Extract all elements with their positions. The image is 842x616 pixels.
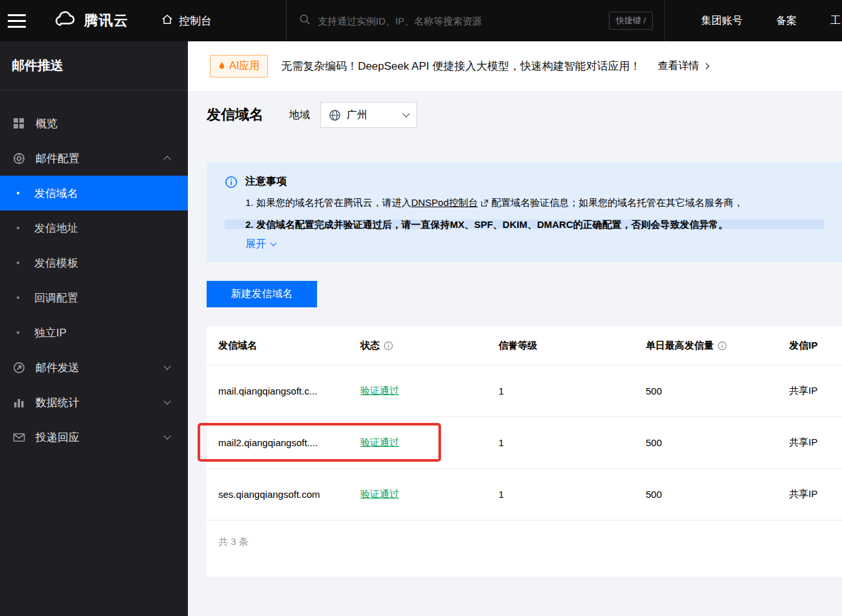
bullet-dot-icon — [17, 192, 19, 194]
chevron-up-icon — [163, 156, 170, 163]
sidebar-title: 邮件推送 — [0, 41, 188, 90]
status-link[interactable]: 验证通过 — [360, 436, 399, 449]
sidebar-subitem-label: 独立IP — [34, 325, 67, 340]
ip-type-cell: 共享IP — [777, 436, 842, 449]
daily-limit-cell: 500 — [634, 489, 777, 500]
sidebar-item-label: 邮件配置 — [36, 151, 165, 166]
sidebar-item-mail-send[interactable]: 邮件发送 — [0, 350, 188, 385]
topbar: 腾讯云 控制台 快捷键 / 集团账号 备案 工 — [0, 0, 842, 41]
sidebar-subitem-callback-config[interactable]: 回调配置 — [0, 280, 188, 315]
reputation-cell: 1 — [487, 385, 634, 396]
console-label: 控制台 — [179, 14, 212, 28]
chevron-down-icon — [163, 432, 170, 439]
info-icon[interactable] — [717, 341, 727, 351]
notice-line-2: 2. 发信域名配置完成并验证通过后，请一直保持MX、SPF、DKIM、DMARC… — [225, 218, 824, 231]
sidebar-item-mail-config[interactable]: 邮件配置 — [0, 141, 188, 176]
sidebar-subitem-label: 发信模板 — [34, 256, 78, 271]
sidebar-subitem-sender-address[interactable]: 发信地址 — [0, 210, 188, 245]
flame-icon — [218, 62, 225, 70]
nav-tools[interactable]: 工 — [830, 14, 841, 28]
chevron-down-icon — [271, 240, 277, 247]
globe-icon — [329, 109, 341, 121]
brand-text: 腾讯云 — [84, 11, 128, 30]
column-header-status: 状态 — [349, 340, 487, 352]
bullet-dot-icon — [17, 296, 19, 299]
hamburger-menu-icon[interactable] — [0, 0, 35, 41]
sidebar-item-label: 投递回应 — [36, 430, 165, 445]
sidebar-item-data-stats[interactable]: 数据统计 — [0, 385, 188, 420]
sidebar-subitem-dedicated-ip[interactable]: 独立IP — [0, 315, 188, 350]
grid-icon — [12, 116, 26, 130]
chevron-down-icon — [163, 362, 170, 369]
sidebar-item-label: 邮件发送 — [36, 360, 165, 375]
table-total-count: 共 3 条 — [207, 520, 842, 548]
search-input[interactable] — [318, 15, 609, 26]
banner-link-label: 查看详情 — [657, 59, 699, 73]
bullet-dot-icon — [17, 262, 19, 264]
bullet-dot-icon — [17, 331, 19, 334]
notice-line1-prefix: 1. 如果您的域名托管在腾讯云，请进入 — [245, 197, 411, 208]
info-icon — [225, 176, 238, 189]
daily-limit-cell: 500 — [634, 385, 777, 396]
reputation-cell: 1 — [487, 437, 634, 448]
info-icon[interactable] — [384, 341, 393, 351]
ip-type-cell: 共享IP — [777, 385, 842, 397]
topbar-left: 腾讯云 控制台 — [0, 0, 286, 41]
cloud-logo-icon — [54, 10, 77, 32]
column-header-reputation: 信誉等级 — [487, 340, 634, 352]
search-icon — [298, 13, 311, 28]
notice-header: 注意事项 — [225, 175, 824, 189]
sidebar-subitem-label: 发信地址 — [34, 221, 78, 236]
column-header-daily-limit: 单日最高发信量 — [634, 340, 777, 352]
reputation-cell: 1 — [487, 489, 634, 500]
table-row: mail.qiangqiangsoft.c... 验证通过 1 500 共享IP — [207, 365, 842, 417]
domain-cell: mail.qiangqiangsoft.c... — [207, 385, 349, 396]
domain-cell: mail2.qiangqiangsoft.... — [207, 437, 349, 448]
notice-line-1: 1. 如果您的域名托管在腾讯云，请进入DNSPod控制台配置域名验证信息；如果您… — [225, 196, 824, 210]
sidebar-item-delivery-reply[interactable]: 投递回应 — [0, 420, 188, 455]
global-search: 快捷键 / — [286, 0, 665, 41]
notice-line1-suffix: 配置域名验证信息；如果您的域名托管在其它域名服务商， — [491, 197, 743, 208]
sidebar-subitem-sender-domain[interactable]: 发信域名 — [0, 176, 188, 210]
home-icon — [161, 13, 174, 29]
ai-badge-label: AI应用 — [229, 59, 260, 73]
bullet-dot-icon — [17, 227, 19, 229]
status-link[interactable]: 验证通过 — [360, 488, 399, 500]
expand-toggle[interactable]: 展开 — [225, 238, 824, 251]
daily-limit-cell: 500 — [634, 437, 777, 448]
sidebar-item-label: 数据统计 — [36, 395, 165, 410]
sidebar-subitem-label: 回调配置 — [34, 291, 78, 305]
external-link-icon — [480, 197, 489, 210]
nav-group-account[interactable]: 集团账号 — [701, 14, 743, 28]
gear-icon — [12, 151, 26, 165]
sidebar-item-overview[interactable]: 概览 — [0, 106, 188, 141]
console-link[interactable]: 控制台 — [161, 13, 212, 29]
brand-logo[interactable]: 腾讯云 — [54, 10, 128, 32]
sidebar-menu: 概览 邮件配置 发信域名 发信地址 发信模板 回调配置 独立IP — [0, 106, 188, 455]
create-sender-domain-button[interactable]: 新建发信域名 — [207, 281, 317, 307]
dnspod-console-link[interactable]: DNSPod控制台 — [411, 197, 478, 208]
sidebar: 邮件推送 概览 邮件配置 发信域名 发信地址 发信模板 — [0, 41, 188, 616]
region-value: 广州 — [347, 108, 404, 122]
region-label: 地域 — [289, 108, 310, 122]
envelope-icon — [12, 430, 26, 444]
sidebar-subitem-sender-template[interactable]: 发信模板 — [0, 245, 188, 280]
banner-message: 无需复杂编码！DeepSeek API 便捷接入大模型，快速构建智能对话应用！ — [281, 59, 641, 74]
notice-panel: 注意事项 1. 如果您的域名托管在腾讯云，请进入DNSPod控制台配置域名验证信… — [207, 162, 842, 262]
page-header: 发信域名 地域 广州 — [188, 91, 842, 139]
chevron-down-icon — [402, 110, 409, 117]
column-header-sender-ip: 发信IP — [777, 340, 842, 352]
table-header-row: 发信域名 状态 信誉等级 单日最高发信量 发信IP — [207, 327, 842, 365]
sidebar-subitem-label: 发信域名 — [34, 186, 78, 201]
notice-title: 注意事项 — [245, 175, 287, 189]
chevron-down-icon — [163, 397, 170, 404]
nav-icp-filing[interactable]: 备案 — [776, 14, 797, 28]
ai-badge[interactable]: AI应用 — [210, 55, 268, 77]
ai-promo-banner: AI应用 无需复杂编码！DeepSeek API 便捷接入大模型，快速构建智能对… — [188, 41, 842, 91]
shortcut-badge: 快捷键 / — [609, 12, 653, 30]
banner-detail-link[interactable]: 查看详情 — [657, 59, 708, 73]
status-link[interactable]: 验证通过 — [360, 385, 399, 397]
region-select[interactable]: 广州 — [320, 102, 417, 128]
bar-chart-icon — [12, 395, 26, 409]
topbar-nav: 集团账号 备案 工 — [665, 0, 842, 41]
